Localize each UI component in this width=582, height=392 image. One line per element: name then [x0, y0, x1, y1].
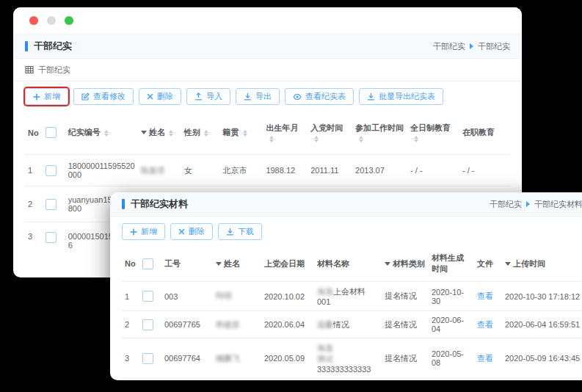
- table-row: 1180000011595520000陈发语女北京市1988.122011.11…: [25, 155, 510, 186]
- cell-no: 2: [25, 186, 43, 222]
- col-material-name: 材料名称: [314, 246, 382, 282]
- filter-icon[interactable]: [141, 131, 147, 134]
- cell-workid: 00697764: [161, 338, 213, 379]
- import-button-label: 导入: [206, 92, 222, 101]
- delete-button-label: 删除: [189, 228, 205, 236]
- breadcrumb-arrow-icon: [526, 201, 530, 207]
- download-button[interactable]: 下载: [218, 223, 262, 240]
- add-button-label: 新增: [141, 228, 157, 236]
- materials-table: No 工号 姓名 上党会日期 材料名称 材料类别 材料生成时间 文件 上传时间 …: [122, 246, 582, 380]
- table-row: 200697765韩俊弈2020.06.04温馨情况提名情况2020-06-04…: [122, 311, 582, 338]
- col-no: No: [25, 111, 43, 155]
- filter-icon[interactable]: [385, 262, 390, 266]
- add-button[interactable]: 新增: [25, 88, 68, 105]
- download-icon: [244, 92, 252, 101]
- cell-cb: [139, 338, 161, 379]
- cell-party: 2011.11: [308, 155, 352, 186]
- col-work-start: 参加工作时间: [352, 111, 407, 155]
- sort-icon[interactable]: [314, 136, 319, 142]
- view-file-link[interactable]: 查看: [477, 291, 493, 300]
- row-checkbox[interactable]: [46, 232, 57, 243]
- cell-text: 2020-06-04: [432, 316, 464, 333]
- sort-icon[interactable]: [359, 136, 363, 142]
- view-record-table-button-label: 查看纪实表: [305, 92, 346, 101]
- toolbar: 新增 删除 下载: [110, 217, 582, 246]
- cell-text: - / -: [462, 166, 475, 175]
- cell-text: 温馨: [317, 320, 333, 329]
- delete-button[interactable]: 删除: [170, 223, 213, 240]
- cell-workid: 00697765: [161, 311, 213, 338]
- sort-icon[interactable]: [243, 130, 247, 137]
- cell-cb: [139, 379, 161, 381]
- close-button[interactable]: [29, 16, 38, 25]
- col-party-join: 入党时间: [308, 111, 352, 155]
- view-edit-button[interactable]: 查看修改: [73, 88, 134, 105]
- cell-uploadtime: 2020-05-09 16:43:45: [502, 338, 582, 379]
- sort-icon[interactable]: [169, 130, 173, 137]
- download-button-label: 下载: [238, 228, 254, 236]
- filter-icon[interactable]: [216, 262, 222, 266]
- cell-text: 3: [28, 232, 32, 241]
- col-name: 姓名: [138, 111, 181, 155]
- col-file: 文件: [474, 246, 502, 282]
- title-accent-bar: [122, 199, 125, 209]
- row-checkbox[interactable]: [46, 199, 57, 210]
- view-file-link[interactable]: 查看: [477, 354, 493, 363]
- breadcrumb: 干部纪实 干部纪实: [433, 41, 510, 52]
- sort-icon[interactable]: [269, 136, 274, 142]
- row-checkbox[interactable]: [142, 353, 153, 364]
- row-checkbox[interactable]: [46, 165, 57, 176]
- col-material-gen-time: 材料生成时间: [429, 246, 474, 282]
- cell-category: 提名情况: [382, 282, 429, 311]
- batch-export-button[interactable]: 批量导出纪实表: [359, 88, 443, 105]
- cell-text: 1: [125, 292, 129, 301]
- add-button[interactable]: 新增: [122, 223, 165, 240]
- toolbar: 新增 查看修改 删除 导入 导出 查看纪实表 批量导出纪实表: [13, 81, 522, 111]
- cell-text: 提名情况: [385, 354, 417, 363]
- cell-text: 2020-05-09 16:43:45: [505, 354, 580, 363]
- sort-icon[interactable]: [204, 130, 208, 137]
- cell-text: 2: [125, 320, 129, 329]
- select-all-checkbox[interactable]: [46, 127, 57, 138]
- cell-no: 3: [25, 222, 43, 278]
- col-onjob-edu: 在职教育: [459, 111, 510, 155]
- cell-text: 提名情况: [385, 291, 417, 300]
- view-record-table-button[interactable]: 查看纪实表: [285, 88, 354, 105]
- maximize-button[interactable]: [65, 16, 73, 25]
- cell-text: 333333333333: [317, 365, 371, 374]
- table-header-row: No 纪实编号 姓名 性别 籍贯 出生年月 入党时间 参加工作时间 全日制教育 …: [25, 111, 510, 155]
- sort-icon[interactable]: [414, 136, 418, 142]
- window-cadre-record-materials: 干部纪实材料 干部纪实 干部纪实材料 新增 删除 下载 No: [110, 192, 582, 380]
- cell-cb: [139, 282, 161, 311]
- row-checkbox[interactable]: [142, 319, 153, 330]
- cell-no: 3: [122, 338, 139, 379]
- minimize-button[interactable]: [47, 16, 56, 25]
- cell-file: 查看: [474, 338, 502, 379]
- cell-text: 00697765: [164, 320, 200, 329]
- eye-icon: [293, 93, 302, 101]
- cell-text: 180000011595520000: [68, 161, 135, 179]
- col-work-id: 工号: [161, 246, 213, 282]
- cell-file: 查看: [474, 379, 502, 381]
- cell-name: 韩俊弈: [213, 311, 261, 338]
- cell-uploadtime: 2020-10-30 17:18:12: [502, 282, 582, 311]
- cell-gender: 女: [181, 155, 220, 186]
- export-button[interactable]: 导出: [236, 88, 280, 105]
- select-all-checkbox[interactable]: [142, 258, 153, 269]
- delete-button[interactable]: 删除: [139, 88, 181, 105]
- cell-text: 测试: [317, 355, 333, 363]
- filter-icon[interactable]: [505, 262, 511, 266]
- row-checkbox[interactable]: [142, 291, 153, 302]
- sort-icon[interactable]: [104, 130, 109, 137]
- cell-category: 民主推荐情况: [382, 379, 429, 381]
- cell-no: 1: [25, 155, 43, 186]
- breadcrumb-item[interactable]: 干部纪实: [433, 41, 465, 52]
- materials-table-wrap: No 工号 姓名 上党会日期 材料名称 材料类别 材料生成时间 文件 上传时间 …: [110, 246, 582, 380]
- cell-text: 2020.10.02: [264, 292, 305, 301]
- col-select: [139, 246, 161, 282]
- breadcrumb-item[interactable]: 干部纪实: [490, 199, 522, 210]
- view-file-link[interactable]: 查看: [477, 320, 493, 329]
- import-button[interactable]: 导入: [186, 88, 230, 105]
- table-row: 400697764潘鹏飞2020.03.03某某测试民主推荐情况2020-03-…: [122, 379, 582, 381]
- window-titlebar: [13, 7, 522, 35]
